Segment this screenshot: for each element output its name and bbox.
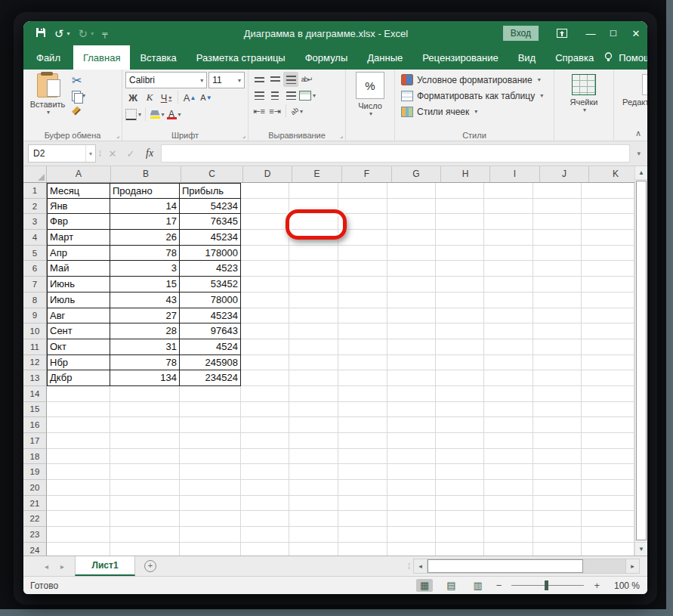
cell-I7[interactable]	[484, 277, 533, 293]
cell-I22[interactable]	[484, 511, 533, 527]
next-sheet-icon[interactable]: ▸	[60, 562, 64, 571]
row-header-17[interactable]: 17	[23, 433, 47, 449]
cell-K6[interactable]	[582, 261, 634, 277]
cell-H17[interactable]	[436, 433, 484, 449]
cell-K17[interactable]	[582, 433, 634, 449]
paste-button[interactable]: Вставить ▾	[26, 72, 69, 128]
save-icon[interactable]	[36, 27, 46, 39]
cell-K5[interactable]	[582, 246, 634, 262]
scroll-right-icon[interactable]: ▸	[625, 559, 640, 574]
cell-C3[interactable]: 76345	[180, 214, 241, 230]
cell-H4[interactable]	[436, 230, 484, 246]
horizontal-scrollbar[interactable]: ◂ ▸	[413, 556, 640, 576]
tab-view[interactable]: Вид	[508, 45, 546, 70]
formula-bar-splitter[interactable]: ⁞	[99, 149, 102, 158]
cell-J16[interactable]	[533, 417, 582, 433]
cell-A13[interactable]: Дкбр	[47, 370, 110, 386]
cell-E12[interactable]	[289, 355, 338, 371]
cell-G11[interactable]	[387, 339, 436, 355]
expand-formula-bar-icon[interactable]: ▾	[633, 150, 644, 157]
cell-J18[interactable]	[533, 449, 582, 465]
cell-D17[interactable]	[241, 433, 289, 449]
row-header-22[interactable]: 22	[23, 511, 47, 527]
cell-E20[interactable]	[289, 480, 338, 496]
cell-B22[interactable]	[110, 511, 180, 527]
cell-A24[interactable]	[47, 543, 110, 556]
cell-G3[interactable]	[387, 214, 436, 230]
cell-F11[interactable]	[338, 339, 387, 355]
cell-B3[interactable]: 17	[110, 214, 180, 230]
tell-me-label[interactable]: Помощн	[619, 52, 647, 63]
column-header-B[interactable]: B	[111, 166, 181, 182]
row-header-16[interactable]: 16	[23, 417, 47, 433]
cell-A7[interactable]: Июнь	[47, 277, 110, 293]
cell-B7[interactable]: 15	[110, 277, 180, 293]
cell-B8[interactable]: 43	[110, 293, 180, 308]
cell-D11[interactable]	[241, 339, 289, 355]
orientation-button[interactable]: ab▾	[289, 104, 304, 119]
zoom-in-icon[interactable]: +	[594, 580, 600, 591]
row-header-1[interactable]: 1	[23, 183, 47, 199]
cell-A10[interactable]: Сент	[47, 323, 110, 339]
cell-H21[interactable]	[436, 496, 484, 512]
cell-G18[interactable]	[387, 449, 436, 465]
align-top-button[interactable]	[252, 72, 267, 87]
cell-H3[interactable]	[436, 214, 484, 230]
cell-E1[interactable]	[289, 183, 338, 199]
cell-A6[interactable]: Май	[47, 261, 110, 277]
row-header-18[interactable]: 18	[23, 449, 47, 465]
cell-J19[interactable]	[533, 464, 582, 480]
align-middle-button[interactable]	[267, 72, 282, 87]
cell-D4[interactable]	[241, 230, 289, 246]
cell-C20[interactable]	[180, 480, 241, 496]
cell-F12[interactable]	[338, 355, 387, 371]
column-header-K[interactable]: K	[589, 166, 635, 182]
cell-H2[interactable]	[436, 199, 484, 215]
cell-H19[interactable]	[436, 464, 484, 480]
cell-C24[interactable]	[180, 543, 241, 556]
cell-C11[interactable]: 4524	[180, 339, 241, 355]
cell-D6[interactable]	[241, 261, 289, 277]
cell-I15[interactable]	[484, 402, 533, 418]
cell-A8[interactable]: Июль	[47, 293, 110, 308]
cell-F14[interactable]	[338, 386, 387, 402]
cell-B13[interactable]: 134	[110, 370, 180, 386]
cell-K2[interactable]	[582, 199, 634, 215]
cell-F1[interactable]	[338, 183, 387, 199]
cell-I18[interactable]	[484, 449, 533, 465]
cell-I17[interactable]	[484, 433, 533, 449]
row-header-4[interactable]: 4	[23, 230, 47, 246]
cell-D7[interactable]	[241, 277, 289, 293]
cell-G2[interactable]	[387, 199, 436, 215]
row-header-15[interactable]: 15	[23, 402, 47, 418]
cell-I23[interactable]	[484, 527, 533, 543]
cell-E7[interactable]	[289, 277, 338, 293]
tab-review[interactable]: Рецензирование	[412, 45, 508, 70]
cell-K23[interactable]	[582, 527, 634, 543]
cell-E11[interactable]	[289, 339, 338, 355]
cell-B10[interactable]: 28	[110, 323, 180, 339]
cell-D13[interactable]	[241, 370, 289, 386]
cell-E9[interactable]	[289, 308, 338, 324]
cell-J15[interactable]	[533, 402, 582, 418]
cell-I9[interactable]	[484, 308, 533, 324]
name-box[interactable]: D2 ▾	[28, 144, 96, 163]
cell-D2[interactable]	[241, 199, 289, 215]
horizontal-scroll-track[interactable]	[428, 559, 625, 574]
row-header-7[interactable]: 7	[23, 277, 47, 293]
cell-A5[interactable]: Апр	[47, 246, 110, 262]
cell-I11[interactable]	[484, 339, 533, 355]
cell-F13[interactable]	[338, 370, 387, 386]
cell-F21[interactable]	[338, 496, 387, 512]
cell-K3[interactable]	[582, 214, 634, 230]
tab-page-layout[interactable]: Разметка страницы	[187, 45, 295, 70]
scroll-up-icon[interactable]: ▲	[635, 166, 647, 180]
cell-H6[interactable]	[436, 261, 484, 277]
cancel-entry-icon[interactable]: ✕	[105, 148, 120, 159]
cell-G19[interactable]	[387, 464, 436, 480]
cell-G9[interactable]	[387, 308, 436, 324]
cell-B14[interactable]	[110, 386, 180, 402]
cell-D23[interactable]	[241, 527, 289, 543]
cell-H18[interactable]	[436, 449, 484, 465]
cell-G7[interactable]	[387, 277, 436, 293]
